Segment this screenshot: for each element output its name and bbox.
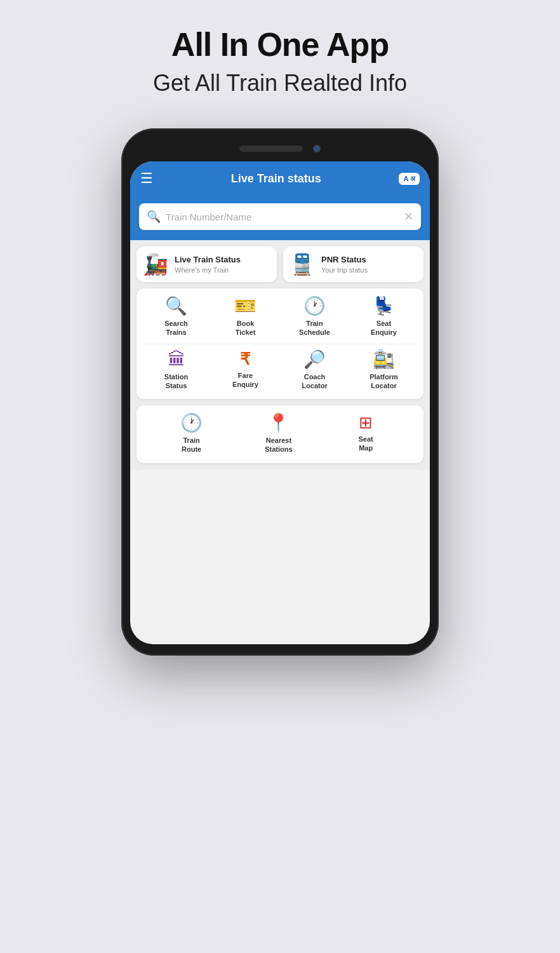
seat-map-icon: ⊞ <box>359 414 373 431</box>
clear-search-icon[interactable]: ✕ <box>404 210 413 224</box>
screen-body: 🚂 Live Train Status Where's my Train 🚆 P… <box>130 240 430 470</box>
train-schedule-item[interactable]: 🕐 TrainSchedule <box>290 297 340 337</box>
phone-notch-bar <box>130 140 430 158</box>
live-train-status-text: Live Train Status Where's my Train <box>175 255 241 274</box>
nearest-stations-item[interactable]: 📍 NearestStations <box>235 414 322 454</box>
search-trains-icon: 🔍 <box>165 297 187 315</box>
nearest-stations-icon: 📍 <box>267 414 290 432</box>
search-container: 🔍 Train Number/Name ✕ <box>130 196 430 240</box>
train-route-icon: 🕐 <box>180 414 203 432</box>
phone-notch-pill <box>239 145 303 152</box>
platform-locator-item[interactable]: 🚉 PlatformLocator <box>359 351 410 391</box>
search-trains-item[interactable]: 🔍 SearchTrains <box>151 297 202 337</box>
page-headline: All In One App <box>171 25 389 64</box>
bottom-grid-section: 🕐 TrainRoute 📍 NearestStations ⊞ SeatMap <box>137 405 423 463</box>
seat-map-item[interactable]: ⊞ SeatMap <box>323 414 410 454</box>
fare-enquiry-item[interactable]: ₹ FareEnquiry <box>220 351 271 391</box>
feature-cards-row: 🚂 Live Train Status Where's my Train 🚆 P… <box>137 247 423 282</box>
train-route-item[interactable]: 🕐 TrainRoute <box>148 414 235 454</box>
book-ticket-item[interactable]: 🎫 BookTicket <box>220 297 271 337</box>
search-placeholder: Train Number/Name <box>166 212 399 222</box>
language-button[interactable]: A अ <box>399 173 420 185</box>
phone-screen: ☰ Live Train status A अ 🔍 Train Number/N… <box>130 161 430 644</box>
train-route-label: TrainRoute <box>182 436 201 454</box>
search-icon: 🔍 <box>147 210 161 224</box>
fare-enquiry-label: FareEnquiry <box>232 371 258 389</box>
seat-enquiry-item[interactable]: 💺 SeatEnquiry <box>359 297 410 337</box>
pnr-status-text: PNR Status Your trip status <box>321 255 368 274</box>
pnr-status-card[interactable]: 🚆 PNR Status Your trip status <box>283 247 423 282</box>
grid-row-1: 🔍 SearchTrains 🎫 BookTicket 🕐 TrainSched… <box>142 297 418 337</box>
pnr-status-title: PNR Status <box>321 255 368 265</box>
coach-locator-item[interactable]: 🔎 CoachLocator <box>290 351 340 391</box>
train-schedule-icon: 🕐 <box>303 297 326 315</box>
lang-label: A अ <box>403 175 415 183</box>
menu-icon[interactable]: ☰ <box>140 170 153 187</box>
seat-enquiry-icon: 💺 <box>373 297 395 315</box>
live-train-status-icon: 🚂 <box>143 254 168 274</box>
train-schedule-label: TrainSchedule <box>299 319 330 337</box>
fare-enquiry-icon: ₹ <box>240 351 251 367</box>
coach-locator-icon: 🔎 <box>303 351 326 368</box>
seat-map-label: SeatMap <box>359 435 373 453</box>
app-header: ☰ Live Train status A अ <box>130 161 430 196</box>
seat-enquiry-label: SeatEnquiry <box>371 319 397 337</box>
pnr-status-icon: 🚆 <box>290 254 315 274</box>
phone-camera <box>313 145 321 152</box>
coach-locator-label: CoachLocator <box>302 372 327 391</box>
station-status-icon: 🏛 <box>168 351 185 368</box>
live-train-status-title: Live Train Status <box>175 255 241 265</box>
station-status-item[interactable]: 🏛 StationStatus <box>151 351 202 391</box>
station-status-label: StationStatus <box>164 372 188 391</box>
pnr-status-subtitle: Your trip status <box>321 266 368 274</box>
search-bar[interactable]: 🔍 Train Number/Name ✕ <box>139 203 421 230</box>
book-ticket-label: BookTicket <box>236 319 256 337</box>
platform-locator-icon: 🚉 <box>373 351 395 368</box>
live-train-status-subtitle: Where's my Train <box>175 266 241 274</box>
platform-locator-label: PlatformLocator <box>370 372 398 391</box>
main-grid-section: 🔍 SearchTrains 🎫 BookTicket 🕐 TrainSched… <box>137 288 423 399</box>
book-ticket-icon: 🎫 <box>234 297 257 315</box>
phone-frame: ☰ Live Train status A अ 🔍 Train Number/N… <box>121 128 439 656</box>
nearest-stations-label: NearestStations <box>265 436 292 454</box>
search-trains-label: SearchTrains <box>164 319 188 337</box>
page-subheadline: Get All Train Realted Info <box>153 70 407 97</box>
live-train-status-card[interactable]: 🚂 Live Train Status Where's my Train <box>137 247 277 282</box>
bottom-grid-row: 🕐 TrainRoute 📍 NearestStations ⊞ SeatMap <box>142 414 418 454</box>
app-title: Live Train status <box>153 172 399 186</box>
grid-row-2: 🏛 StationStatus ₹ FareEnquiry 🔎 CoachLoc… <box>142 344 418 391</box>
